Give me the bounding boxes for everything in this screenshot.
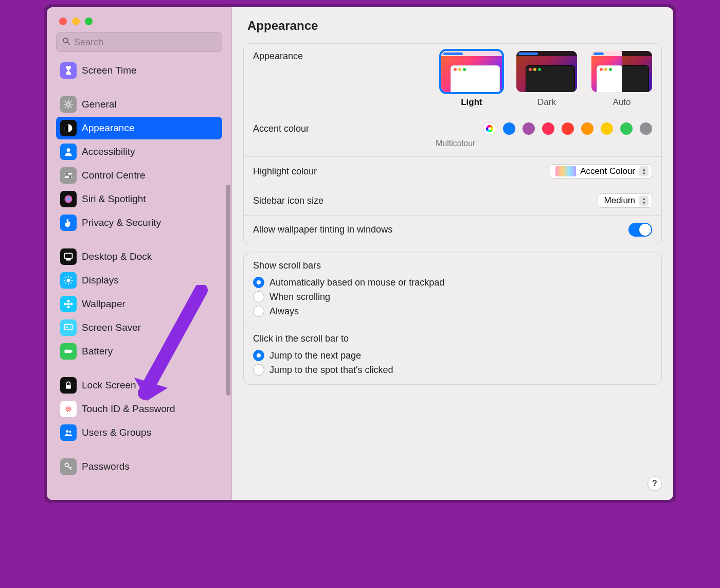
- radio-icon: [253, 291, 264, 302]
- sidebar-item-screen-time[interactable]: Screen Time: [56, 59, 222, 82]
- gear-icon: [60, 96, 77, 113]
- accent-swatch-2[interactable]: [523, 122, 535, 135]
- sidebar-icon-size-select[interactable]: Medium ▴▾: [598, 193, 652, 208]
- accent-swatch-1[interactable]: [503, 122, 515, 135]
- radio-label: When scrolling: [269, 292, 330, 302]
- appearance-row: Appearance Light Dark Auto: [244, 44, 661, 115]
- accent-label: Accent colour: [253, 123, 309, 134]
- clickscroll-label: Click in the scroll bar to: [253, 333, 652, 344]
- person-icon: [60, 144, 77, 160]
- close-icon[interactable]: [59, 17, 67, 25]
- svg-point-4: [67, 148, 70, 152]
- accent-colour-row: Accent colour Multicolour: [244, 115, 661, 157]
- accent-swatch-multicolour[interactable]: [483, 122, 496, 135]
- scrollbars-option-scrolling[interactable]: When scrolling: [253, 290, 652, 304]
- scrollbar[interactable]: [226, 185, 230, 396]
- appearance-option-label: Light: [441, 97, 502, 108]
- sidebar-item-users[interactable]: Users & Groups: [56, 421, 222, 444]
- switches-icon: [60, 167, 77, 184]
- accent-swatch-6[interactable]: [601, 122, 613, 135]
- highlight-colour-row: Highlight colour Accent Colour ▴▾: [244, 157, 661, 186]
- chevron-updown-icon: ▴▾: [639, 195, 649, 206]
- lock-icon: [60, 377, 77, 394]
- accent-swatch-3[interactable]: [542, 122, 554, 135]
- sidebar-item-label: Siri & Spotlight: [82, 193, 146, 205]
- scrollbars-option-always[interactable]: Always: [253, 304, 652, 318]
- sidebar-item-label: Touch ID & Password: [82, 403, 175, 415]
- sidebar-item-passwords[interactable]: Passwords: [56, 455, 222, 478]
- radio-label: Always: [269, 306, 299, 317]
- accent-swatch-4[interactable]: [562, 122, 574, 135]
- search-field[interactable]: [74, 37, 217, 48]
- screensaver-icon: [60, 319, 77, 336]
- radio-icon: [253, 306, 264, 317]
- svg-point-0: [63, 38, 68, 43]
- sidebar-item-label: Screen Time: [82, 65, 137, 76]
- help-button[interactable]: ?: [647, 476, 662, 491]
- sidebar-item-general[interactable]: General: [56, 93, 222, 116]
- radio-icon: [253, 364, 264, 376]
- sidebar-item-battery[interactable]: Battery: [56, 340, 222, 363]
- search-icon: [62, 37, 74, 48]
- battery-icon: [60, 343, 77, 360]
- appearance-option-dark[interactable]: Dark: [516, 51, 577, 108]
- sidebar-item-siri[interactable]: Siri & Spotlight: [56, 188, 222, 210]
- page-title: Appearance: [232, 7, 673, 40]
- sidebar-item-label: Desktop & Dock: [82, 251, 152, 262]
- svg-rect-30: [66, 385, 71, 389]
- sidebar-item-privacy[interactable]: Privacy & Security: [56, 211, 222, 234]
- svg-point-9: [65, 195, 73, 203]
- sidebar-item-touchid[interactable]: Touch ID & Password: [56, 398, 222, 420]
- minimize-icon[interactable]: [72, 17, 80, 25]
- users-icon: [60, 424, 77, 441]
- radio-icon: [253, 277, 264, 288]
- zoom-icon[interactable]: [85, 17, 93, 25]
- accent-swatch-5[interactable]: [581, 122, 593, 135]
- sidebar-icon-value: Medium: [604, 195, 635, 206]
- appearance-option-auto[interactable]: Auto: [591, 51, 652, 108]
- clickscroll-option-next[interactable]: Jump to the next page: [253, 348, 652, 363]
- show-scroll-bars-group: Show scroll bars Automatically based on …: [244, 253, 661, 326]
- svg-line-17: [65, 277, 66, 278]
- clickscroll-option-spot[interactable]: Jump to the spot that's clicked: [253, 363, 652, 377]
- appearance-option-light[interactable]: Light: [441, 51, 502, 108]
- sidebar-item-desktop[interactable]: Desktop & Dock: [56, 245, 222, 268]
- sidebar-icon-label: Sidebar icon size: [253, 195, 323, 206]
- appearance-label: Appearance: [253, 51, 303, 62]
- sidebar: Screen Time General Appearance Accessibi…: [47, 7, 232, 500]
- highlight-label: Highlight colour: [253, 166, 317, 177]
- sidebar-item-accessibility[interactable]: Accessibility: [56, 140, 222, 163]
- sidebar-item-displays[interactable]: Displays: [56, 269, 222, 292]
- settings-window: Screen Time General Appearance Accessibi…: [47, 7, 673, 500]
- gradient-swatch-icon: [555, 166, 576, 176]
- tinting-toggle[interactable]: [628, 223, 652, 237]
- accent-swatch-7[interactable]: [620, 122, 633, 135]
- svg-rect-26: [65, 324, 73, 330]
- radio-label: Jump to the next page: [269, 350, 361, 361]
- appearance-option-label: Dark: [516, 97, 577, 108]
- svg-rect-28: [65, 350, 71, 353]
- sidebar-item-appearance[interactable]: Appearance: [56, 117, 222, 139]
- svg-point-32: [69, 431, 71, 433]
- svg-point-22: [67, 300, 70, 302]
- accent-swatch-8[interactable]: [640, 122, 652, 135]
- accent-caption: Multicolour: [436, 135, 652, 149]
- sidebar-item-screensaver[interactable]: Screen Saver: [56, 316, 222, 339]
- scrollbars-option-auto[interactable]: Automatically based on mouse or trackpad: [253, 275, 652, 290]
- svg-point-12: [67, 279, 70, 282]
- sidebar-item-label: Control Centre: [82, 170, 146, 181]
- sidebar-item-wallpaper[interactable]: Wallpaper: [56, 293, 222, 315]
- sun-icon: [60, 272, 77, 289]
- radio-label: Automatically based on mouse or trackpad: [269, 277, 444, 288]
- scroll-pane: Show scroll bars Automatically based on …: [243, 253, 662, 385]
- radio-label: Jump to the spot that's clicked: [269, 365, 393, 376]
- highlight-colour-select[interactable]: Accent Colour ▴▾: [550, 164, 652, 179]
- sidebar-item-lock-screen[interactable]: Lock Screen: [56, 374, 222, 397]
- svg-point-25: [70, 303, 73, 306]
- search-input[interactable]: [56, 32, 222, 52]
- click-scroll-group: Click in the scroll bar to Jump to the n…: [244, 326, 661, 384]
- siri-icon: [60, 191, 77, 207]
- highlight-value: Accent Colour: [580, 166, 635, 176]
- sidebar-item-control-centre[interactable]: Control Centre: [56, 164, 222, 187]
- tinting-label: Allow wallpaper tinting in windows: [253, 224, 392, 235]
